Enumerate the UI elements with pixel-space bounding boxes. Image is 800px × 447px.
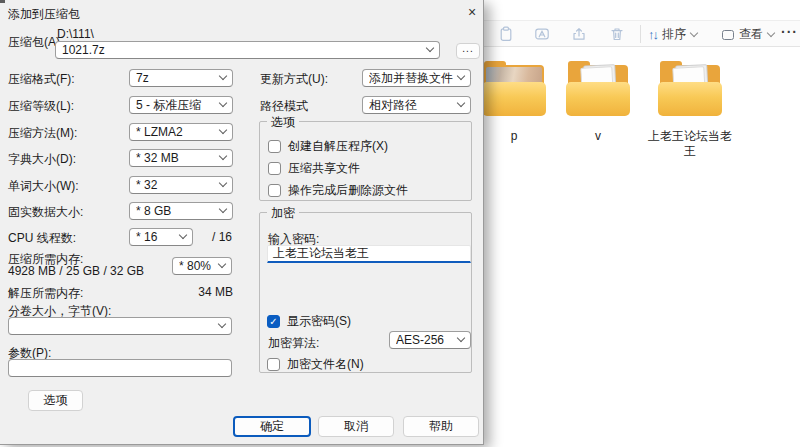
memory-percent-combo[interactable]: * 80% [172,257,232,275]
chevron-down-icon [767,28,775,36]
folder-name: 上老王论坛当老王 [645,129,735,159]
folder-item[interactable]: v [552,60,644,144]
encryption-method-combo[interactable]: AES-256 [389,331,471,349]
chevron-down-icon [219,99,227,107]
checkbox-unchecked-icon [267,358,280,371]
dictionary-label: 字典大小(D): [8,151,76,168]
archive-name-value: 1021.7z [62,43,427,57]
options-button[interactable]: 选项 [28,390,83,411]
dialog-title: 添加到压缩包 [8,6,80,23]
chevron-down-icon [426,44,434,52]
share-icon[interactable] [571,26,587,42]
chevron-down-icon [457,72,465,80]
level-label: 压缩等级(L): [8,98,74,115]
help-button[interactable]: 帮助 [403,416,479,437]
chevron-down-icon [457,99,465,107]
format-label: 压缩格式(F): [8,71,75,88]
checkbox-unchecked-icon [268,140,281,153]
memory-decompress-value: 34 MB [178,285,233,299]
chevron-down-icon [690,28,698,36]
update-mode-label: 更新方式(U): [260,71,328,88]
volume-size-combo[interactable] [8,317,232,335]
add-to-archive-dialog: 添加到压缩包 × 压缩包(A) D:\111\ 1021.7z ... 压缩格式… [0,0,484,445]
options-group-title: 选项 [267,114,299,131]
options-group: 选项 创建自解压程序(X) 压缩共享文件 操作完成后删除源文件 [259,121,472,201]
cpu-threads-label: CPU 线程数: [8,230,76,247]
delete-icon[interactable] [609,26,625,42]
solid-block-label: 固实数据大小: [8,204,83,221]
word-size-combo[interactable]: * 32 [129,176,233,194]
checkbox-checked-icon: ✓ [267,315,280,328]
word-size-label: 单词大小(W): [8,178,79,195]
archive-label: 压缩包(A) [8,34,60,51]
folder-item[interactable]: 上老王论坛当老王 [644,60,736,159]
toolbar-separator [640,25,641,43]
checkbox-compress-shared[interactable]: 压缩共享文件 [268,160,360,177]
background-window-fragment [0,0,5,3]
folder-icon [482,60,546,116]
view-layout-icon [722,30,734,40]
checkbox-encrypt-filenames[interactable]: 加密文件名(N) [267,356,364,373]
password-input[interactable]: 上老王论坛当老王 [267,245,471,263]
password-value: 上老王论坛当老王 [273,245,369,262]
path-mode-combo[interactable]: 相对路径 [362,96,471,114]
folder-icon [566,60,630,116]
close-icon[interactable]: × [464,4,480,20]
cancel-button[interactable]: 取消 [318,416,394,437]
paste-icon[interactable] [498,26,514,42]
chevron-down-icon [219,205,227,213]
chevron-down-icon [219,152,227,160]
browse-button[interactable]: ... [456,43,480,59]
parameters-input[interactable] [8,359,232,377]
ok-button[interactable]: 确定 [233,416,311,437]
memory-compress-detail: 4928 MB / 25 GB / 32 GB [8,264,144,278]
screen: ↑↓ 排序 查看 ··· p [0,0,800,447]
level-combo[interactable]: 5 - 标准压缩 [129,96,233,114]
folder-name: v [553,129,643,144]
format-combo[interactable]: 7z [129,69,233,87]
encryption-group-title: 加密 [267,205,299,222]
archive-name-combo[interactable]: 1021.7z [55,41,440,59]
sort-arrows-icon: ↑↓ [648,27,657,42]
archive-directory: D:\111\ [57,27,94,41]
method-combo[interactable]: * LZMA2 [129,123,233,141]
checkbox-delete-after[interactable]: 操作完成后删除源文件 [268,182,408,199]
chevron-down-icon [219,179,227,187]
chevron-down-icon [218,260,226,268]
checkbox-create-sfx[interactable]: 创建自解压程序(X) [268,138,388,155]
checkbox-unchecked-icon [268,184,281,197]
chevron-down-icon [218,320,226,328]
sort-label: 排序 [662,26,686,43]
checkbox-unchecked-icon [268,162,281,175]
update-mode-combo[interactable]: 添加并替换文件 [362,69,471,87]
chevron-down-icon [457,334,465,342]
rename-icon[interactable] [534,26,550,42]
encryption-method-label: 加密算法: [268,335,319,352]
view-button[interactable]: 查看 [722,21,774,48]
chevron-down-icon [179,231,187,239]
chevron-down-icon [219,72,227,80]
path-mode-label: 路径模式 [260,98,308,115]
view-label: 查看 [739,26,763,43]
folder-icon [658,60,722,116]
more-options-icon[interactable]: ··· [781,24,798,40]
cpu-threads-combo[interactable]: * 16 [129,228,193,246]
sort-button[interactable]: ↑↓ 排序 [648,21,697,48]
memory-decompress-label: 解压所需内存: [8,285,83,302]
cpu-threads-max: / 16 [212,230,232,244]
chevron-down-icon [219,126,227,134]
dictionary-combo[interactable]: * 32 MB [129,149,233,167]
method-label: 压缩方法(M): [8,125,77,142]
checkbox-show-password[interactable]: ✓ 显示密码(S) [267,313,351,330]
solid-block-combo[interactable]: * 8 GB [129,202,233,220]
